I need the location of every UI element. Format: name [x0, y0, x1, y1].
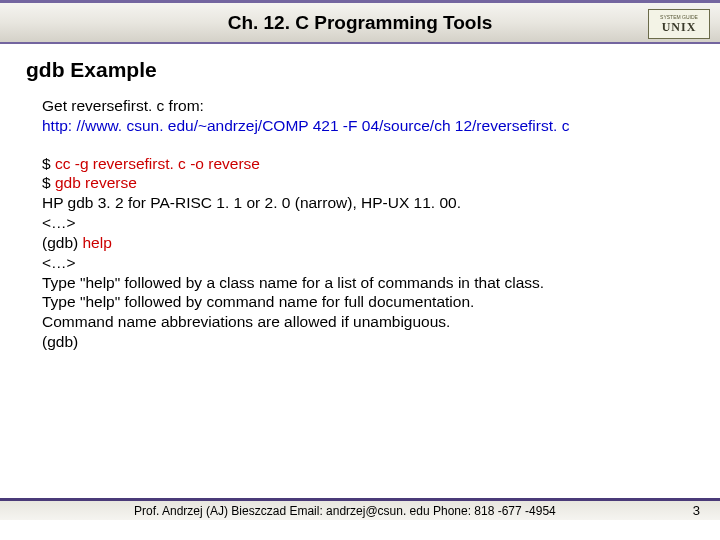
slide-body: gdb Example Get reversefirst. c from: ht… — [0, 44, 720, 352]
footer-bar: Prof. Andrzej (AJ) Bieszczad Email: andr… — [0, 498, 720, 520]
terminal-line-4: <…> — [42, 213, 692, 233]
terminal-line-7: Type "help" followed by a class name for… — [42, 273, 692, 293]
terminal-line-6: <…> — [42, 253, 692, 273]
logo-big-text: UNIX — [662, 20, 697, 35]
slide-content: Get reversefirst. c from: http: //www. c… — [28, 96, 692, 352]
page-number: 3 — [693, 503, 700, 518]
terminal-line-3: HP gdb 3. 2 for PA-RISC 1. 1 or 2. 0 (na… — [42, 193, 692, 213]
footer-text: Prof. Andrzej (AJ) Bieszczad Email: andr… — [134, 504, 556, 518]
intro-line: Get reversefirst. c from: — [42, 96, 692, 116]
slide-heading: gdb Example — [26, 58, 692, 82]
command-cc: cc -g reversefirst. c -o reverse — [55, 155, 260, 172]
header-bar: Ch. 12. C Programming Tools SYSTEM GUIDE… — [0, 0, 720, 44]
terminal-line-10: (gdb) — [42, 332, 692, 352]
terminal-line-2: $ gdb reverse — [42, 173, 692, 193]
unix-logo: SYSTEM GUIDE UNIX — [648, 9, 710, 39]
source-url: http: //www. csun. edu/~andrzej/COMP 421… — [42, 116, 692, 136]
terminal-line-5: (gdb) help — [42, 233, 692, 253]
chapter-title: Ch. 12. C Programming Tools — [228, 12, 493, 34]
terminal-line-8: Type "help" followed by command name for… — [42, 292, 692, 312]
command-gdb: gdb reverse — [55, 174, 137, 191]
terminal-line-1: $ cc -g reversefirst. c -o reverse — [42, 154, 692, 174]
terminal-line-9: Command name abbreviations are allowed i… — [42, 312, 692, 332]
command-help: help — [83, 234, 112, 251]
